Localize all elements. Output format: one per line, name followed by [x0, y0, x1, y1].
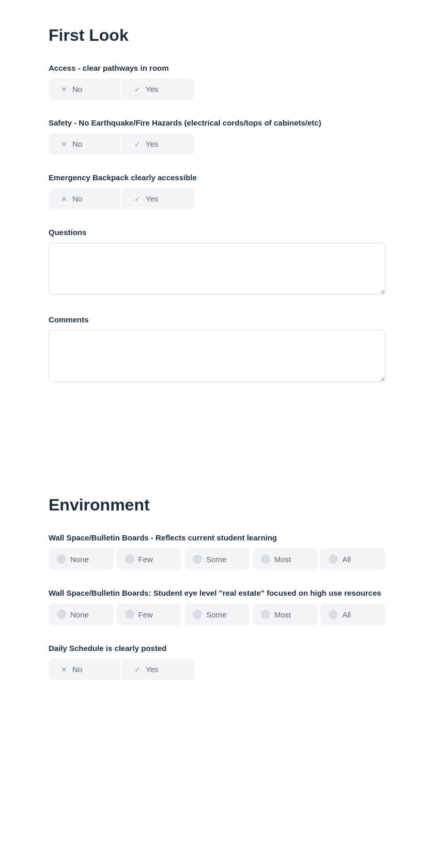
questions-textarea[interactable] — [49, 243, 385, 295]
yes-icon: ✓ — [134, 195, 141, 203]
daily-schedule-no-button[interactable]: ✕ No — [49, 659, 121, 680]
yes-icon: ✓ — [134, 85, 141, 94]
safety-no-button[interactable]: ✕ No — [49, 133, 121, 154]
wall-space-resources-none[interactable]: None — [49, 603, 114, 625]
access-question: Access - clear pathways in room ✕ No ✓ Y… — [49, 64, 385, 100]
all-label: All — [342, 610, 351, 619]
environment-section: Environment Wall Space/Bulletin Boards -… — [49, 495, 385, 680]
none-label: None — [70, 555, 89, 564]
radio-circle — [261, 554, 270, 564]
no-icon: ✕ — [61, 140, 67, 148]
safety-label: Safety - No Earthquake/Fire Hazards (ele… — [49, 118, 385, 127]
none-label: None — [70, 610, 89, 619]
section-divider — [49, 402, 385, 495]
wall-space-learning-none[interactable]: None — [49, 548, 114, 570]
emergency-backpack-label: Emergency Backpack clearly accessible — [49, 173, 385, 182]
few-label: Few — [138, 555, 153, 564]
wall-space-learning-some[interactable]: Some — [184, 548, 250, 570]
radio-circle — [57, 554, 66, 564]
wall-space-resources-all[interactable]: All — [320, 603, 385, 625]
emergency-backpack-toggle-row: ✕ No ✓ Yes — [49, 188, 385, 209]
yes-icon: ✓ — [134, 140, 141, 148]
daily-schedule-toggle-row: ✕ No ✓ Yes — [49, 659, 385, 680]
wall-space-resources-label: Wall Space/Bulletin Boards: Student eye … — [49, 588, 385, 597]
some-label: Some — [206, 555, 226, 564]
safety-toggle-row: ✕ No ✓ Yes — [49, 133, 385, 154]
environment-title: Environment — [49, 495, 385, 515]
emergency-backpack-yes-button[interactable]: ✓ Yes — [122, 188, 194, 209]
first-look-title: First Look — [49, 26, 385, 45]
wall-space-learning-label: Wall Space/Bulletin Boards - Reflects cu… — [49, 533, 385, 542]
safety-yes-button[interactable]: ✓ Yes — [122, 133, 194, 154]
yes-icon: ✓ — [134, 665, 141, 674]
yes-label: Yes — [146, 85, 158, 94]
daily-schedule-label: Daily Schedule is clearly posted — [49, 644, 385, 653]
no-label: No — [72, 194, 82, 203]
safety-question: Safety - No Earthquake/Fire Hazards (ele… — [49, 118, 385, 154]
access-label: Access - clear pathways in room — [49, 64, 385, 72]
questions-label: Questions — [49, 228, 385, 237]
no-label: No — [72, 665, 82, 674]
questions-block: Questions — [49, 228, 385, 297]
wall-space-resources-options: None Few Some Most All — [49, 603, 385, 625]
no-icon: ✕ — [61, 665, 67, 674]
wall-space-learning-most[interactable]: Most — [253, 548, 318, 570]
daily-schedule-yes-button[interactable]: ✓ Yes — [122, 659, 194, 680]
most-label: Most — [274, 555, 291, 564]
wall-space-resources-some[interactable]: Some — [184, 603, 250, 625]
wall-space-resources-question: Wall Space/Bulletin Boards: Student eye … — [49, 588, 385, 625]
comments-block: Comments — [49, 315, 385, 384]
wall-space-resources-few[interactable]: Few — [117, 603, 182, 625]
radio-circle — [329, 610, 338, 619]
wall-space-resources-most[interactable]: Most — [253, 603, 318, 625]
yes-label: Yes — [146, 194, 158, 203]
first-look-section: First Look Access - clear pathways in ro… — [49, 26, 385, 384]
radio-circle — [125, 610, 134, 619]
most-label: Most — [274, 610, 291, 619]
wall-space-learning-options: None Few Some Most All — [49, 548, 385, 570]
emergency-backpack-question: Emergency Backpack clearly accessible ✕ … — [49, 173, 385, 209]
daily-schedule-question: Daily Schedule is clearly posted ✕ No ✓ … — [49, 644, 385, 680]
no-icon: ✕ — [61, 195, 67, 203]
emergency-backpack-no-button[interactable]: ✕ No — [49, 188, 121, 209]
comments-textarea[interactable] — [49, 330, 385, 382]
access-yes-button[interactable]: ✓ Yes — [122, 79, 194, 100]
no-label: No — [72, 85, 82, 94]
yes-label: Yes — [146, 665, 158, 674]
no-icon: ✕ — [61, 85, 67, 94]
access-no-button[interactable]: ✕ No — [49, 79, 121, 100]
few-label: Few — [138, 610, 153, 619]
radio-circle — [125, 554, 134, 564]
radio-circle — [57, 610, 66, 619]
comments-label: Comments — [49, 315, 385, 324]
some-label: Some — [206, 610, 226, 619]
radio-circle — [329, 554, 338, 564]
wall-space-learning-all[interactable]: All — [320, 548, 385, 570]
all-label: All — [342, 555, 351, 564]
radio-circle — [193, 610, 202, 619]
no-label: No — [72, 140, 82, 148]
wall-space-learning-question: Wall Space/Bulletin Boards - Reflects cu… — [49, 533, 385, 570]
access-toggle-row: ✕ No ✓ Yes — [49, 79, 385, 100]
yes-label: Yes — [146, 140, 158, 148]
radio-circle — [261, 610, 270, 619]
radio-circle — [193, 554, 202, 564]
wall-space-learning-few[interactable]: Few — [117, 548, 182, 570]
